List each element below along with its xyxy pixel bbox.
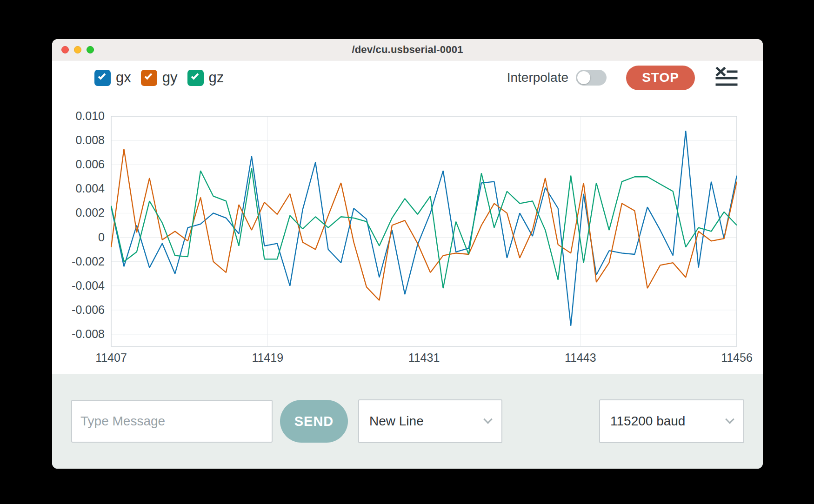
line-ending-select[interactable]: New Line — [358, 399, 502, 443]
series-toggle-gz[interactable]: gz — [187, 69, 224, 86]
close-button[interactable] — [61, 46, 69, 53]
checkbox-gz-checked-icon[interactable] — [187, 70, 204, 86]
svg-text:11419: 11419 — [252, 351, 283, 364]
interpolate-label: Interpolate — [507, 70, 568, 85]
zoom-button[interactable] — [87, 46, 94, 53]
svg-text:-0.002: -0.002 — [72, 255, 105, 268]
clear-list-icon[interactable] — [715, 67, 738, 88]
app-window: /dev/cu.usbserial-0001 gx gy gz Interpol… — [52, 39, 763, 469]
stop-button[interactable]: STOP — [626, 66, 695, 90]
series-toggles: gx gy gz — [94, 69, 224, 86]
series-toggle-gx[interactable]: gx — [94, 69, 131, 86]
window-title: /dev/cu.usbserial-0001 — [352, 44, 463, 56]
svg-text:11431: 11431 — [408, 351, 440, 364]
svg-text:11407: 11407 — [95, 351, 127, 364]
series-label-gz: gz — [209, 69, 224, 86]
traffic-lights — [61, 39, 94, 60]
minimize-button[interactable] — [74, 46, 81, 53]
svg-text:-0.008: -0.008 — [72, 327, 105, 340]
footer-bar: SEND New Line 115200 baud — [52, 374, 763, 469]
chart-area: 0.0100.0080.0060.0040.0020-0.002-0.004-0… — [52, 95, 763, 374]
checkbox-gy-checked-icon[interactable] — [141, 70, 157, 86]
svg-text:0.008: 0.008 — [75, 133, 105, 146]
titlebar: /dev/cu.usbserial-0001 — [52, 39, 763, 60]
series-label-gx: gx — [116, 69, 131, 86]
svg-text:0.006: 0.006 — [75, 158, 105, 171]
right-controls: Interpolate STOP — [507, 66, 738, 90]
svg-text:11456: 11456 — [721, 351, 753, 364]
message-input[interactable] — [71, 400, 273, 443]
chevron-down-icon — [483, 415, 493, 424]
series-label-gy: gy — [162, 69, 178, 86]
svg-text:0: 0 — [98, 231, 105, 244]
chevron-down-icon — [725, 415, 734, 424]
svg-text:0.010: 0.010 — [75, 109, 105, 122]
svg-text:0.004: 0.004 — [75, 182, 105, 195]
baud-rate-value: 115200 baud — [610, 414, 685, 429]
line-ending-value: New Line — [369, 414, 424, 429]
svg-text:0.002: 0.002 — [75, 206, 105, 219]
send-button[interactable]: SEND — [280, 400, 348, 443]
series-toggle-gy[interactable]: gy — [141, 69, 178, 86]
baud-rate-select[interactable]: 115200 baud — [599, 399, 744, 443]
controls-row: gx gy gz Interpolate STOP — [52, 60, 763, 95]
svg-text:11443: 11443 — [565, 351, 596, 364]
toggle-knob — [577, 71, 590, 84]
svg-text:-0.004: -0.004 — [72, 279, 105, 292]
checkbox-gx-checked-icon[interactable] — [94, 70, 111, 86]
svg-text:-0.006: -0.006 — [72, 303, 105, 316]
interpolate-toggle[interactable] — [576, 70, 607, 86]
line-chart: 0.0100.0080.0060.0040.0020-0.002-0.004-0… — [52, 95, 763, 374]
